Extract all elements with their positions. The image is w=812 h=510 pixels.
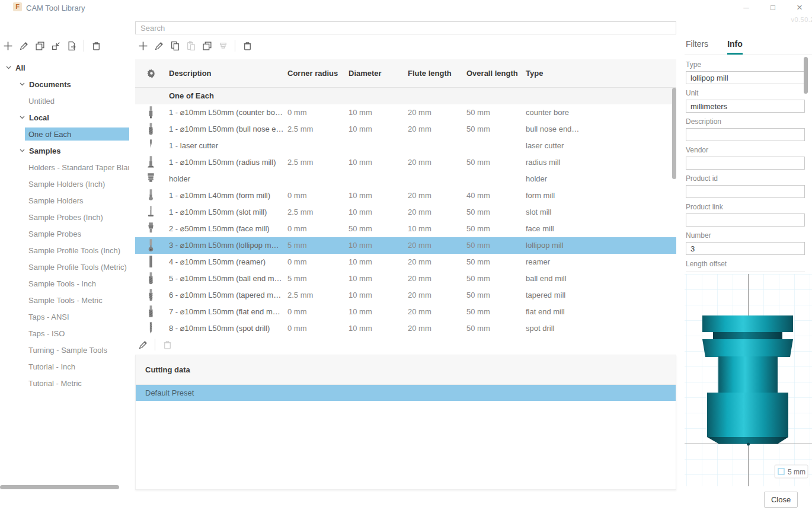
field-unit: Unit: [686, 89, 805, 117]
tool-3d-preview[interactable]: 5 mm: [685, 274, 812, 486]
column-header-corner-radius[interactable]: Corner radius: [287, 59, 338, 88]
column-header-overall-length[interactable]: Overall length: [466, 59, 518, 88]
sidebar-item-label: All: [15, 63, 25, 72]
sidebar-item-sample-holders-inch[interactable]: Sample Holders (Inch): [0, 176, 129, 192]
tool-row-spot-drill[interactable]: 8 - ⌀10mm L50mm (spot drill)0 mm10 mm20 …: [135, 320, 676, 335]
cell-cr: 5 mm: [287, 270, 344, 287]
sidebar-item-one-of-each[interactable]: One of Each: [25, 128, 129, 141]
edit-button[interactable]: [153, 39, 165, 52]
sidebar-item-sample-tools-inch[interactable]: Sample Tools - Inch: [0, 275, 129, 292]
column-header-description[interactable]: Description: [169, 59, 212, 88]
cell-dia: 10 mm: [349, 187, 404, 204]
cell-fl: 10 mm: [408, 221, 463, 237]
sidebar-item-turning-sample-tools[interactable]: Turning - Sample Tools: [0, 342, 129, 358]
tab-info[interactable]: Info: [727, 39, 743, 55]
tool-row-lollipop-mill[interactable]: 3 - ⌀10mm L50mm (lollipop m…5 mm10 mm20 …: [135, 237, 676, 254]
tool-row-holder[interactable]: holderholder: [135, 171, 676, 187]
sidebar-item-local[interactable]: Local: [0, 109, 129, 126]
add-button[interactable]: [2, 39, 14, 52]
sidebar-item-label: Documents: [29, 80, 71, 89]
sidebar-item-taps-iso[interactable]: Taps - ISO: [0, 325, 129, 342]
cell-fl: 20 mm: [408, 287, 463, 304]
chevron-down-icon[interactable]: [18, 81, 26, 88]
number-input[interactable]: [686, 242, 805, 255]
edit-button[interactable]: [18, 39, 30, 52]
trash-button[interactable]: [90, 39, 102, 52]
sidebar-item-label: Sample Probes: [28, 230, 81, 238]
tool-row-ball-end-mill[interactable]: 5 - ⌀10mm L50mm (ball end m…5 mm10 mm20 …: [135, 270, 676, 287]
duplicate-icon: [35, 41, 45, 51]
vendor-input[interactable]: [686, 157, 805, 170]
cell-ol: 50 mm: [466, 270, 522, 287]
tool-row-reamer[interactable]: 4 - ⌀10mm L50mm (reamer)0 mm10 mm20 mm50…: [135, 254, 676, 270]
type-input[interactable]: [686, 71, 805, 84]
sidebar-item-sample-probes[interactable]: Sample Probes: [0, 225, 129, 242]
tool-row-form-mill[interactable]: 1 - ⌀10mm L40mm (form mill)0 mm10 mm20 m…: [135, 187, 676, 204]
sidebar-item-holders-standard-taper-blan[interactable]: Holders - Standard Taper Blan: [0, 159, 129, 176]
cell-fl: 20 mm: [408, 254, 463, 270]
cell-cr: [287, 138, 344, 154]
sidebar-item-sample-profile-tools-metric[interactable]: Sample Profile Tools (Metric): [0, 259, 129, 275]
add-button[interactable]: [137, 39, 149, 52]
sidebar-item-sample-profile-tools-inch[interactable]: Sample Profile Tools (Inch): [0, 242, 129, 259]
product-id-input[interactable]: [686, 185, 805, 198]
table-group-row[interactable]: One of Each: [135, 88, 676, 104]
maximize-button[interactable]: □: [764, 0, 782, 15]
sidebar-item-samples[interactable]: Samples: [0, 142, 129, 159]
column-header-flute-length[interactable]: Flute length: [408, 59, 452, 88]
tool-row-bull-nose-end[interactable]: 1 - ⌀10mm L50mm (bull nose e…2.5 mm10 mm…: [135, 121, 676, 138]
tool-row-counter-bore[interactable]: 1 - ⌀10mm L50mm (counter bo…0 mm10 mm20 …: [135, 104, 676, 121]
minimize-button[interactable]: –: [737, 0, 755, 15]
import-button[interactable]: [50, 39, 62, 52]
tab-filters[interactable]: Filters: [686, 39, 708, 55]
edit-button[interactable]: [137, 338, 149, 351]
tool-row-slot-mill[interactable]: 1 - ⌀10mm L50mm (slot mill)2.5 mm10 mm20…: [135, 204, 676, 221]
table-scrollbar-thumb[interactable]: [672, 88, 676, 179]
sidebar-item-sample-holders[interactable]: Sample Holders: [0, 192, 129, 209]
sidebar-toolbar: [2, 39, 102, 52]
sidebar-item-sample-probes-inch[interactable]: Sample Probes (Inch): [0, 209, 129, 225]
chevron-down-icon[interactable]: [18, 147, 26, 154]
trash-icon: [162, 340, 172, 350]
preset-default-preset[interactable]: Default Preset: [136, 385, 676, 401]
table-vertical-scrollbar[interactable]: [672, 88, 676, 335]
sidebar-horizontal-scrollbar[interactable]: [0, 485, 119, 489]
version-label: v0.50.2: [791, 16, 812, 23]
close-button[interactable]: Close: [764, 492, 798, 508]
sidebar-item-tutorial-metric[interactable]: Tutorial - Metric: [0, 375, 129, 391]
sidebar-item-all[interactable]: All: [0, 59, 129, 76]
cell-ol: 50 mm: [466, 154, 522, 171]
sidebar-item-taps-ansi[interactable]: Taps - ANSI: [0, 308, 129, 325]
cell-ol: 50 mm: [466, 121, 522, 138]
description-input[interactable]: [686, 128, 805, 141]
tool-row-laser-cutter[interactable]: 1 - laser cutterlaser cutter: [135, 138, 676, 154]
panel-scrollbar-thumb[interactable]: [804, 57, 808, 94]
cutting-data-panel: Cutting data Default Preset: [135, 355, 676, 490]
sidebar-item-untitled[interactable]: Untitled: [0, 93, 129, 109]
unit-input[interactable]: [686, 100, 805, 113]
export-button[interactable]: [66, 39, 78, 52]
cell-type: slot mill: [526, 204, 674, 221]
sidebar-item-label: Sample Profile Tools (Inch): [28, 246, 120, 255]
trash-button[interactable]: [241, 39, 253, 52]
sidebar-item-documents[interactable]: Documents: [0, 76, 129, 93]
chevron-down-icon[interactable]: [18, 114, 26, 121]
tool-row-flat-end-mill[interactable]: 7 - ⌀10mm L50mm (flat end m…0 mm10 mm20 …: [135, 304, 676, 320]
copy-button[interactable]: [169, 39, 181, 52]
cell-type: bull nose end…: [526, 121, 674, 138]
column-header-diameter[interactable]: Diameter: [349, 59, 382, 88]
duplicate-button[interactable]: [34, 39, 46, 52]
gear-icon[interactable]: [146, 68, 156, 78]
search-input[interactable]: [135, 21, 676, 34]
sidebar-item-sample-tools-metric[interactable]: Sample Tools - Metric: [0, 292, 129, 308]
duplicate-button[interactable]: [201, 39, 213, 52]
chevron-down-icon[interactable]: [5, 64, 12, 71]
cell-desc: 6 - ⌀10mm L50mm (tapered m…: [169, 287, 285, 304]
tool-row-radius-mill[interactable]: 1 - ⌀10mm L50mm (radius mill)2.5 mm10 mm…: [135, 154, 676, 171]
column-header-type[interactable]: Type: [526, 59, 543, 88]
product-link-input[interactable]: [686, 213, 805, 227]
tool-row-face-mill[interactable]: 2 - ⌀50mm L50mm (face mill)0 mm50 mm10 m…: [135, 221, 676, 237]
sidebar-item-tutorial-inch[interactable]: Tutorial - Inch: [0, 358, 129, 375]
tool-row-tapered-mill[interactable]: 6 - ⌀10mm L50mm (tapered m…2.5 mm10 mm20…: [135, 287, 676, 304]
close-window-button[interactable]: ×: [791, 0, 808, 15]
